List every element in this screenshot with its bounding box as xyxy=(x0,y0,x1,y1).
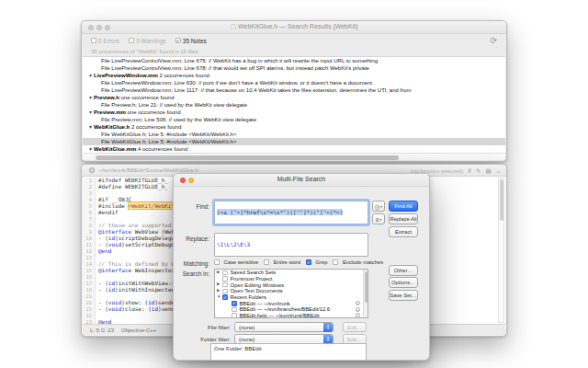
result-row[interactable]: File LivePreviewControlView.mm; Line 678… xyxy=(83,64,505,72)
file-filter-edit-button[interactable]: Edit… xyxy=(343,322,367,332)
code-text: #endif xyxy=(96,209,119,215)
result-row[interactable]: File WebKitGlue.h; Line 5: #include <Web… xyxy=(83,131,505,138)
result-row[interactable]: Preview.mm one occurrence found xyxy=(83,109,505,116)
matching-option[interactable]: Case sensitive xyxy=(214,259,258,265)
result-row[interactable]: File LivePreviewWindow.mm; Line 630: // … xyxy=(83,79,505,86)
scrollbar-thumb[interactable] xyxy=(96,155,399,160)
matching-option[interactable]: Entire word xyxy=(264,259,300,265)
options-button[interactable]: Options… xyxy=(389,277,418,288)
scrollbar-thumb[interactable] xyxy=(365,271,368,303)
search-in-label: Search in: xyxy=(174,270,209,277)
marker-icon[interactable]: ▤ xyxy=(485,167,491,175)
checkbox[interactable] xyxy=(333,259,338,265)
remove-icon[interactable]: − xyxy=(356,313,361,318)
result-file-name: Preview.h xyxy=(94,95,119,100)
scope-label: Saved Search Sets xyxy=(231,270,277,275)
errors-checkbox[interactable] xyxy=(91,38,96,43)
chevron-down-icon[interactable]: ⌄ xyxy=(496,167,501,175)
notes-checkbox[interactable] xyxy=(175,38,181,43)
editor-vertical-scrollbar[interactable] xyxy=(498,178,504,323)
search-scope-row[interactable]: Open Editing Windows xyxy=(215,282,368,288)
search-scope-row[interactable]: BBEdit — ~/svn/trunk− xyxy=(215,300,368,306)
warnings-checkbox[interactable] xyxy=(129,38,134,43)
results-horizontal-scrollbar[interactable] xyxy=(83,153,505,160)
errors-label: 0 Errors xyxy=(98,38,119,44)
checkbox[interactable] xyxy=(232,313,237,318)
language-popup[interactable]: Objective-C++ xyxy=(121,328,156,333)
results-list[interactable]: File LivePreviewControlView.mm; Line 675… xyxy=(83,56,505,153)
checkbox[interactable] xyxy=(264,259,269,265)
scope-summary: One Folder: BBEdit xyxy=(214,346,262,351)
multi-file-search-dialog: Multi-File Search Find: (<a [^>]*href\s*… xyxy=(173,173,430,361)
results-titlebar[interactable]: ▢ WebKitGlue.h — Search Results (WebKit) xyxy=(82,21,506,34)
remove-icon[interactable]: − xyxy=(356,307,361,313)
search-scope-row[interactable]: Saved Search Sets xyxy=(215,270,368,276)
list-vertical-scrollbar[interactable] xyxy=(363,270,368,317)
scope-summary-box: One Folder: BBEdit xyxy=(210,343,367,361)
checkbox-label: Case sensitive xyxy=(224,259,259,265)
scope-label: Open Editing Windows xyxy=(231,282,285,288)
other-button[interactable]: Other… xyxy=(389,265,418,276)
file-filter-popup[interactable]: (none) ▲▼ xyxy=(234,322,334,332)
notes-label: 35 Notes xyxy=(183,38,207,44)
code-text: - (void)show: (id)sender; xyxy=(96,299,181,305)
checkbox[interactable] xyxy=(222,294,228,300)
matching-label: Matching: xyxy=(174,260,209,267)
search-history-menu[interactable]: ◷ xyxy=(372,201,385,212)
search-scope-row[interactable]: BBEdit.help — ~/svn/trunk/BBEdit− xyxy=(215,313,368,318)
checkbox-label: Entire word xyxy=(274,259,300,265)
checkbox[interactable] xyxy=(222,282,228,288)
search-scope-row[interactable]: Frontmost Project xyxy=(215,276,368,282)
result-row[interactable]: File LivePreviewControlView.mm; Line 675… xyxy=(83,57,505,64)
search-in-list[interactable]: Saved Search SetsFrontmost ProjectOpen E… xyxy=(214,269,368,318)
grep-patterns-menu[interactable]: g xyxy=(372,213,385,224)
scope-label: Open Text Documents xyxy=(231,288,283,293)
matching-option[interactable]: Exclude matches xyxy=(333,259,383,265)
result-row[interactable]: File LivePreviewWindow.mm; Line 1117: //… xyxy=(83,86,505,94)
checkbox[interactable] xyxy=(232,307,237,313)
result-row[interactable]: LivePreviewWindow.mm 2 occurrences found xyxy=(83,72,505,79)
errors-filter[interactable]: 0 Errors xyxy=(91,38,119,44)
pencil-icon[interactable]: ✎ xyxy=(476,167,481,175)
find-all-button[interactable]: Find All xyxy=(389,201,418,212)
pound-icon[interactable]: # xyxy=(468,167,471,174)
dialog-titlebar[interactable]: Multi-File Search xyxy=(174,174,429,187)
document-proxy-icon[interactable] xyxy=(89,167,95,173)
remove-icon[interactable]: − xyxy=(356,301,361,306)
save-set-button[interactable]: Save Set… xyxy=(389,290,418,301)
search-scope-row[interactable]: BBEdit — ~/svn/branches/BBEdit/12.6− xyxy=(215,306,368,313)
find-input[interactable]: (<a [^>]*href\s*=\s*")([^"]*)("[^>]*>) xyxy=(214,201,368,224)
notes-filter[interactable]: 35 Notes xyxy=(175,38,207,44)
result-text: File Preview.h; Line 21: // used by the … xyxy=(101,102,247,108)
replace-input[interactable]: \1\L\2\E\3 xyxy=(214,233,368,257)
folder-filter-label: Folder filter: xyxy=(174,336,231,342)
code-text: - (id)scriptDebugDelegate; xyxy=(96,235,185,241)
refresh-icon[interactable]: ⟳ xyxy=(490,36,497,45)
code-text xyxy=(96,273,98,280)
result-row[interactable]: File Preview.mm; Line 506: // used by th… xyxy=(83,116,505,123)
result-file-name: Preview.mm xyxy=(94,109,126,115)
result-row[interactable]: File Preview.h; Line 21: // used by the … xyxy=(83,101,505,109)
result-row[interactable]: WebKitGlue.h 2 occurrences found xyxy=(83,123,505,131)
scrollbar-thumb[interactable] xyxy=(500,179,504,221)
checkbox[interactable] xyxy=(306,259,311,265)
search-scope-row[interactable]: Recent Folders xyxy=(215,294,368,301)
replace-all-button[interactable]: Replace All xyxy=(389,213,418,224)
result-row[interactable]: WebKitGlue.mm 4 occurrences found xyxy=(83,145,505,153)
checkbox[interactable] xyxy=(222,270,228,276)
result-row[interactable]: Preview.h one occurrence found xyxy=(83,94,505,101)
matching-option[interactable]: Grep xyxy=(306,259,327,265)
result-row[interactable]: File WebKitGlue.h; Line 5: #include <Web… xyxy=(83,138,505,145)
result-file-name: LivePreviewWindow.mm xyxy=(94,73,158,78)
extract-button[interactable]: Extract xyxy=(389,226,418,237)
result-text: File WebKitGlue.h; Line 5: #include <Web… xyxy=(101,132,236,137)
popup-arrows-icon: ▲▼ xyxy=(323,323,333,333)
code-text xyxy=(96,254,98,260)
checkbox[interactable] xyxy=(214,259,220,265)
warnings-filter[interactable]: 0 Warnings xyxy=(129,38,166,44)
search-scope-row[interactable]: Open Text Documents xyxy=(215,288,368,294)
scope-label: Recent Folders xyxy=(231,294,266,300)
checkbox[interactable] xyxy=(222,276,228,282)
checkbox[interactable] xyxy=(232,301,237,306)
checkbox[interactable] xyxy=(222,289,228,294)
